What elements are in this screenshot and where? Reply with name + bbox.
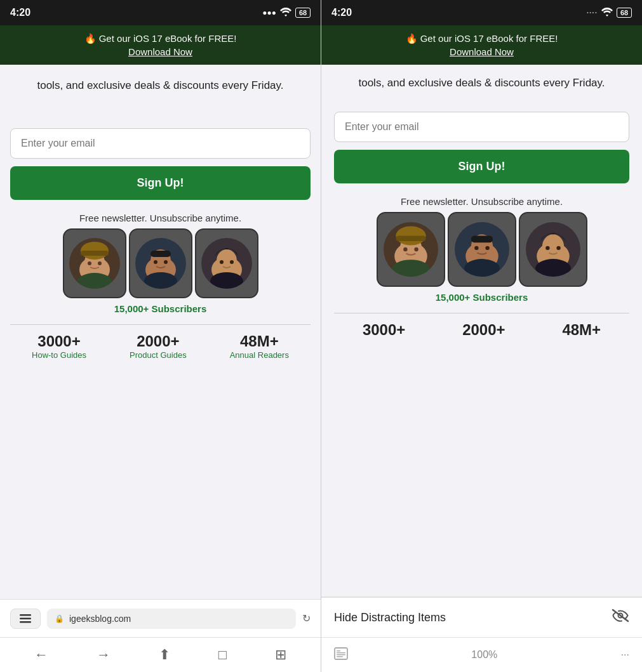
hide-eye-icon: [612, 609, 629, 626]
description-left: tools, and exclusive deals & discounts e…: [10, 77, 311, 94]
menu-button-left[interactable]: [10, 609, 41, 629]
url-text-left: igeeksblog.com: [69, 614, 131, 624]
person-icon-1-left: [69, 238, 120, 289]
svg-rect-22: [20, 617, 31, 619]
subscribers-text-right: 15,000+ Subscribers: [436, 292, 528, 303]
main-content-left: tools, and exclusive deals & discounts e…: [0, 65, 321, 599]
battery-left: 68: [295, 8, 311, 18]
wifi-icon-right: [601, 8, 613, 18]
stat-number-1-right: 2000+: [462, 321, 505, 339]
stat-label-2-left: Annual Readers: [230, 350, 289, 360]
svg-rect-4: [81, 251, 109, 256]
newsletter-text-left: Free newsletter. Unsubscribe anytime.: [79, 213, 241, 223]
signal-icon-right: ····: [587, 8, 598, 17]
url-bar-left[interactable]: 🔒 igeeksblog.com: [47, 609, 296, 629]
signal-icon-left: ●●●: [262, 8, 276, 17]
top-banner-right: 🔥 Get our iOS 17 eBook for FREE! Downloa…: [321, 25, 642, 65]
svg-rect-49: [337, 654, 345, 656]
left-panel: 4:20 ●●● 68 🔥 Get our iOS 17 eBook for F…: [0, 0, 321, 672]
svg-point-42: [545, 246, 549, 249]
bottom-bar-right: 100% ···: [321, 637, 642, 672]
tabs-bar-left: ← → ⬆ □ ⊞: [0, 637, 321, 672]
newsletter-section-left: Free newsletter. Unsubscribe anytime.: [10, 213, 311, 314]
stat-label-0-left: How-to Guides: [32, 350, 86, 360]
svg-rect-48: [337, 652, 345, 654]
stat-item-2-left: 48M+ Annual Readers: [230, 333, 289, 360]
refresh-button-left[interactable]: ↻: [302, 612, 311, 624]
stat-item-1-left: 2000+ Product Guides: [130, 333, 187, 360]
svg-rect-11: [150, 251, 171, 257]
stat-number-1-left: 2000+: [130, 333, 187, 350]
stat-item-0-left: 3000+ How-to Guides: [32, 333, 86, 360]
back-icon-left[interactable]: ←: [34, 647, 48, 663]
person-icon-3-right: [526, 222, 580, 277]
svg-rect-35: [471, 235, 492, 242]
time-right: 4:20: [331, 7, 352, 18]
time-left: 4:20: [10, 7, 30, 18]
banner-text-left: 🔥 Get our iOS 17 eBook for FREE!: [10, 32, 311, 45]
stat-number-2-left: 48M+: [230, 333, 289, 350]
svg-point-6: [98, 261, 102, 265]
avatar-inner-2-left: [135, 238, 186, 289]
status-bar-right: 4:20 ···· 68: [321, 0, 642, 25]
stat-label-1-left: Product Guides: [130, 350, 187, 360]
svg-point-29: [403, 247, 407, 251]
avatar-inner-1-right: [384, 222, 438, 277]
email-input-left[interactable]: [10, 128, 311, 159]
svg-point-36: [474, 246, 478, 249]
right-panel: 4:20 ···· 68 🔥 Get our iOS 17 eBook for …: [321, 0, 642, 672]
menu-icon-left: [20, 614, 31, 623]
lock-icon-left: 🔒: [55, 614, 64, 623]
stat-item-1-right: 2000+: [462, 321, 505, 339]
svg-point-5: [88, 261, 91, 265]
download-link-left[interactable]: Download Now: [10, 46, 311, 57]
avatar-3-right: [519, 212, 587, 287]
download-link-right[interactable]: Download Now: [331, 46, 632, 57]
svg-point-18: [220, 260, 224, 264]
battery-right: 68: [617, 8, 632, 18]
description-right: tools, and exclusive deals & discounts e…: [334, 75, 629, 91]
banner-text-right: 🔥 Get our iOS 17 eBook for FREE!: [331, 32, 632, 45]
hide-distracting-panel[interactable]: Hide Distracting Items: [321, 596, 642, 637]
avatar-2-right: [448, 212, 516, 287]
person-icon-3-left: [201, 238, 252, 289]
svg-rect-47: [337, 650, 340, 652]
bookmark-icon-left[interactable]: □: [218, 647, 227, 663]
hide-panel-label: Hide Distracting Items: [334, 611, 446, 624]
stat-number-2-right: 48M+: [562, 321, 601, 339]
main-content-right: tools, and exclusive deals & discounts e…: [321, 65, 642, 596]
tabs-icon-left[interactable]: ⊞: [275, 647, 286, 663]
svg-rect-21: [20, 614, 31, 616]
newsletter-text-right: Free newsletter. Unsubscribe anytime.: [401, 196, 563, 207]
forward-icon-left[interactable]: →: [97, 647, 110, 663]
person-icon-2-right: [455, 222, 509, 277]
signup-button-right[interactable]: Sign Up!: [334, 150, 629, 183]
reader-icon-right[interactable]: [334, 647, 348, 663]
top-banner-left: 🔥 Get our iOS 17 eBook for FREE! Downloa…: [0, 25, 321, 65]
email-input-right[interactable]: [334, 112, 629, 142]
wifi-icon-left: [280, 8, 291, 18]
share-icon-left[interactable]: ⬆: [159, 647, 170, 663]
svg-point-41: [542, 234, 563, 259]
avatars-row-left: [63, 228, 258, 298]
stat-number-0-right: 3000+: [363, 321, 405, 339]
svg-rect-46: [335, 648, 347, 659]
stats-row-left: 3000+ How-to Guides 2000+ Product Guides…: [10, 324, 311, 367]
zoom-level-right: 100%: [471, 649, 497, 661]
status-icons-left: ●●● 68: [262, 8, 311, 18]
subscribers-text-left: 15,000+ Subscribers: [114, 303, 207, 314]
avatar-inner-3-left: [201, 238, 252, 289]
person-icon-2-left: [135, 238, 186, 289]
avatar-inner-2-right: [455, 222, 509, 277]
avatar-1-left: [63, 228, 126, 298]
person-icon-1-right: [384, 222, 438, 277]
status-bar-left: 4:20 ●●● 68: [0, 0, 321, 25]
status-icons-right: ···· 68: [587, 8, 632, 18]
more-button-right[interactable]: ···: [621, 649, 629, 661]
stat-item-2-right: 48M+: [562, 321, 601, 339]
avatar-inner-3-right: [526, 222, 580, 277]
svg-point-17: [217, 249, 237, 272]
svg-point-37: [485, 246, 489, 249]
signup-button-left[interactable]: Sign Up!: [10, 166, 311, 200]
svg-point-12: [154, 260, 157, 264]
